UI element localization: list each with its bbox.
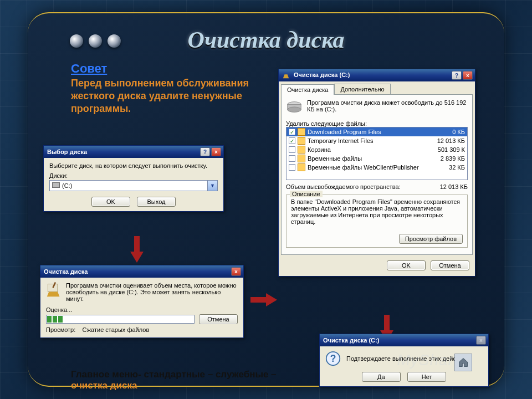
file-name: Downloaded Program Files bbox=[308, 129, 381, 135]
file-icon bbox=[298, 146, 305, 154]
file-name: Temporary Internet Files bbox=[308, 137, 374, 144]
file-size: 32 КБ bbox=[449, 164, 465, 171]
scanning-message: Программа очистки оценивает объем места,… bbox=[66, 282, 238, 302]
ok-button[interactable]: OK bbox=[387, 260, 426, 270]
dialog-title: Выбор диска bbox=[47, 149, 87, 155]
cleanup-file-list[interactable]: ✓Downloaded Program Files0 КБ✓Temporary … bbox=[286, 127, 468, 180]
file-list-row[interactable]: ✓Downloaded Program Files0 КБ bbox=[287, 127, 467, 136]
checkbox[interactable]: ✓ bbox=[289, 137, 295, 144]
flow-arrow-right bbox=[266, 293, 277, 306]
help-button[interactable]: ? bbox=[200, 147, 210, 156]
flow-arrow-down bbox=[130, 252, 144, 263]
file-icon bbox=[298, 128, 305, 136]
checkbox[interactable] bbox=[289, 155, 295, 162]
svg-rect-0 bbox=[48, 284, 58, 292]
home-button[interactable] bbox=[454, 354, 472, 371]
dialog-title: Очистка диска (C:) bbox=[323, 337, 379, 344]
scan-view-label: Просмотр: bbox=[46, 326, 75, 333]
file-icon bbox=[298, 155, 305, 162]
file-list-row[interactable]: Временные файлы2 839 КБ bbox=[287, 154, 467, 163]
cleanup-main-dialog: Очистка диска (C:) ? × Очистка диска Доп… bbox=[278, 69, 475, 277]
navigation-path: Главное меню- стандартные – служебные – … bbox=[71, 369, 315, 391]
path-accent: очистка диска bbox=[71, 380, 137, 391]
scanning-dialog: Очистка диска × Программа очистки оценив… bbox=[40, 265, 244, 338]
checkbox[interactable] bbox=[289, 164, 295, 171]
cancel-button[interactable]: Отмена bbox=[431, 260, 469, 270]
tab-more[interactable]: Дополнительно bbox=[334, 84, 390, 94]
yes-button[interactable]: Да bbox=[362, 372, 401, 382]
select-disk-label: Диски: bbox=[49, 172, 218, 179]
help-button[interactable]: ? bbox=[452, 71, 462, 80]
close-button[interactable]: × bbox=[463, 71, 473, 80]
chevron-down-icon[interactable]: ▼ bbox=[207, 181, 217, 191]
file-name: Временные файлы WebClient/Publisher bbox=[308, 164, 419, 171]
file-size: 2 839 КБ bbox=[441, 155, 465, 162]
disk-combobox[interactable]: (C:) ▼ bbox=[49, 180, 218, 191]
file-name: Корзина bbox=[308, 146, 331, 153]
cleanup-summary: Программа очистки диска может освободить… bbox=[307, 99, 468, 116]
file-size: 501 309 К bbox=[438, 146, 465, 153]
tip-heading: Совет bbox=[71, 61, 254, 77]
select-disk-prompt: Выберите диск, на котором следует выполн… bbox=[49, 162, 218, 169]
drive-icon bbox=[286, 99, 303, 116]
checkbox[interactable] bbox=[289, 146, 295, 153]
tab-cleanup[interactable]: Очистка диска bbox=[281, 84, 334, 95]
free-space-value: 12 013 КБ bbox=[440, 183, 468, 190]
home-icon bbox=[458, 357, 469, 368]
checkbox[interactable]: ✓ bbox=[289, 129, 295, 135]
question-icon: ? bbox=[325, 351, 341, 366]
path-prefix: Главное меню- стандартные – служебные – bbox=[71, 369, 277, 380]
file-name: Временные файлы bbox=[308, 155, 362, 162]
description-legend: Описание bbox=[290, 191, 323, 197]
scanning-eval-label: Оценка... bbox=[46, 306, 238, 313]
ok-button[interactable]: OK bbox=[91, 197, 130, 207]
broom-icon bbox=[46, 282, 62, 298]
disk-value: (C:) bbox=[62, 182, 72, 189]
scan-view-value: Сжатие старых файлов bbox=[83, 326, 150, 333]
slide-panel: Очистка диска Совет Перед выполнением об… bbox=[28, 12, 504, 387]
close-button[interactable]: × bbox=[211, 147, 221, 156]
close-button[interactable]: × bbox=[231, 267, 241, 276]
slide-title: Очистка диска bbox=[28, 27, 504, 53]
file-icon bbox=[298, 137, 305, 145]
broom-icon bbox=[282, 71, 290, 79]
close-button: × bbox=[476, 336, 486, 345]
select-disk-dialog: Выбор диска ? × Выберите диск, на которо… bbox=[43, 145, 224, 212]
drive-icon bbox=[52, 182, 60, 188]
file-size: 0 КБ bbox=[452, 129, 465, 135]
tip-block: Совет Перед выполнением обслуживания жес… bbox=[71, 61, 254, 116]
svg-point-5 bbox=[288, 107, 301, 112]
scan-progressbar bbox=[46, 315, 195, 324]
cancel-button[interactable]: Отмена bbox=[199, 314, 238, 324]
tip-text: Перед выполнением обслуживания жесткого … bbox=[71, 77, 254, 116]
view-files-button[interactable]: Просмотр файлов bbox=[399, 234, 463, 244]
file-list-row[interactable]: ✓Temporary Internet Files12 013 КБ bbox=[287, 136, 467, 145]
file-list-label: Удалить следующие файлы: bbox=[286, 120, 468, 127]
file-list-row[interactable]: Временные файлы WebClient/Publisher32 КБ bbox=[287, 163, 467, 172]
dialog-title: Очистка диска (C:) bbox=[294, 71, 350, 78]
description-text: В папке "Downloaded Program Files" време… bbox=[291, 198, 463, 229]
dialog-title: Очистка диска bbox=[44, 268, 88, 275]
file-size: 12 013 КБ bbox=[437, 137, 465, 144]
svg-text:?: ? bbox=[330, 353, 336, 364]
free-space-label: Объем высвобождаемого пространства: bbox=[286, 183, 401, 190]
no-button[interactable]: Нет bbox=[407, 372, 446, 382]
file-icon bbox=[298, 163, 305, 171]
file-list-row[interactable]: Корзина501 309 К bbox=[287, 145, 467, 154]
exit-button[interactable]: Выход bbox=[137, 197, 176, 207]
